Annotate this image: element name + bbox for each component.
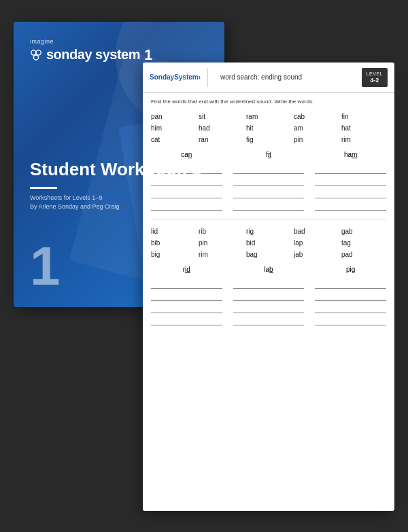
worksheet: SondaySystem1 word search: ending sound … [143, 63, 394, 511]
word-him: him [151, 123, 162, 134]
worksheet-instruction: Find the words that end with the underli… [151, 99, 386, 105]
word-ran: ran [199, 135, 208, 145]
word-fin: fin [341, 111, 349, 122]
section1-grid: pan him cat sit had ran ram hit fig [151, 111, 386, 145]
main-container: imagine sonday system 1 Student Workbook… [14, 22, 394, 511]
word-cat: cat [151, 135, 160, 145]
word-col-s2-5: gab tag pad [341, 226, 386, 260]
line [233, 189, 305, 198]
word-jab: jab [294, 249, 303, 260]
cover-logo-area: imagine sonday system 1 [30, 38, 208, 64]
section2-words: lid bib big rib pin rim rig bid bag [151, 226, 386, 325]
word-fig: fig [246, 135, 254, 145]
line [315, 291, 386, 301]
word-rim: rim [341, 135, 351, 145]
line [315, 304, 386, 313]
line [315, 316, 386, 325]
cover-title-area: Student Workbook 1 Worksheets for Levels… [30, 159, 208, 210]
answer-label-fit: fit [233, 151, 305, 158]
word-tag: tag [341, 238, 351, 249]
line [315, 177, 386, 186]
line [315, 279, 386, 289]
worksheet-header: SondaySystem1 word search: ending sound … [143, 63, 394, 94]
word-col-5: fin hat rim [341, 111, 386, 145]
line [233, 201, 305, 211]
word-sit: sit [199, 111, 205, 122]
level-value: 4-2 [370, 77, 379, 85]
word-rig: rig [246, 226, 254, 237]
line [151, 279, 222, 289]
word-hit: hit [246, 123, 254, 134]
answer-label-lab: lab [233, 266, 305, 273]
worksheet-logo: SondaySystem1 [150, 68, 201, 88]
worksheet-title: word search: ending sound [215, 68, 355, 88]
answer-label-rid: rid [151, 266, 222, 273]
cover-number: 1 [30, 239, 61, 294]
line [151, 304, 222, 313]
word-col-4: cab am pin [294, 111, 339, 145]
cover-author: By Arlene Sonday and Peg Craig [30, 203, 208, 210]
answer-label-pig: pig [315, 266, 386, 273]
line [315, 164, 386, 174]
word-had: had [199, 123, 210, 134]
cover-subtitle: Worksheets for Levels 1–9 [30, 194, 208, 201]
answer-label-can: can [151, 151, 222, 158]
section-divider [151, 219, 386, 219]
header-divider [207, 68, 208, 88]
word-lid: lid [151, 226, 158, 237]
word-bib: bib [151, 238, 160, 249]
word-rim2: rim [199, 249, 208, 260]
svg-point-1 [36, 50, 41, 54]
cover-title: Student Workbook 1 [30, 159, 208, 180]
svg-point-0 [31, 50, 36, 54]
line [151, 291, 222, 301]
line [151, 316, 222, 325]
cover-logo-text: sonday system [46, 47, 140, 63]
word-lap: lap [294, 238, 303, 249]
word-bad: bad [294, 226, 305, 237]
level-label: LEVEL [367, 71, 383, 77]
answer-label-ham: ham [315, 151, 386, 158]
word-col-1: pan him cat [151, 111, 196, 145]
word-hat: hat [341, 123, 351, 134]
word-pad: pad [341, 249, 353, 260]
level-badge: LEVEL 4-2 [362, 68, 388, 88]
cover-logo-num: 1 [144, 46, 152, 64]
line [315, 189, 386, 198]
section2-grid: lid bib big rib pin rim rig bid bag [151, 226, 386, 260]
answer-labels-2: rid lab pig [151, 266, 386, 277]
word-pin2: pin [199, 238, 207, 249]
word-col-2: sit had ran [199, 111, 243, 145]
line [233, 316, 305, 325]
word-pan: pan [151, 111, 163, 122]
word-col-3: ram hit fig [246, 111, 291, 145]
word-ram: ram [246, 111, 258, 122]
worksheet-body: Find the words that end with the underli… [143, 93, 394, 339]
word-col-s2-1: lid bib big [151, 226, 196, 260]
cover-logo-icon [30, 49, 42, 61]
line [315, 201, 386, 211]
word-am: am [294, 123, 303, 134]
word-cab: cab [294, 111, 305, 122]
cover-divider [30, 187, 57, 189]
word-col-s2-2: rib pin rim [199, 226, 243, 260]
word-big: big [151, 249, 160, 260]
word-pin: pin [294, 135, 303, 145]
line [233, 164, 305, 174]
line [233, 177, 305, 186]
word-col-s2-3: rig bid bag [246, 226, 291, 260]
word-bag: bag [246, 249, 258, 260]
cover-imagine-label: imagine [30, 38, 208, 45]
word-rib: rib [199, 226, 206, 237]
line [233, 279, 305, 289]
line [233, 291, 305, 301]
line [233, 304, 305, 313]
word-bid: bid [246, 238, 255, 249]
word-col-s2-4: bad lap jab [294, 226, 339, 260]
word-gab: gab [341, 226, 353, 237]
svg-point-2 [33, 55, 38, 60]
answer-lines-2 [151, 279, 386, 325]
